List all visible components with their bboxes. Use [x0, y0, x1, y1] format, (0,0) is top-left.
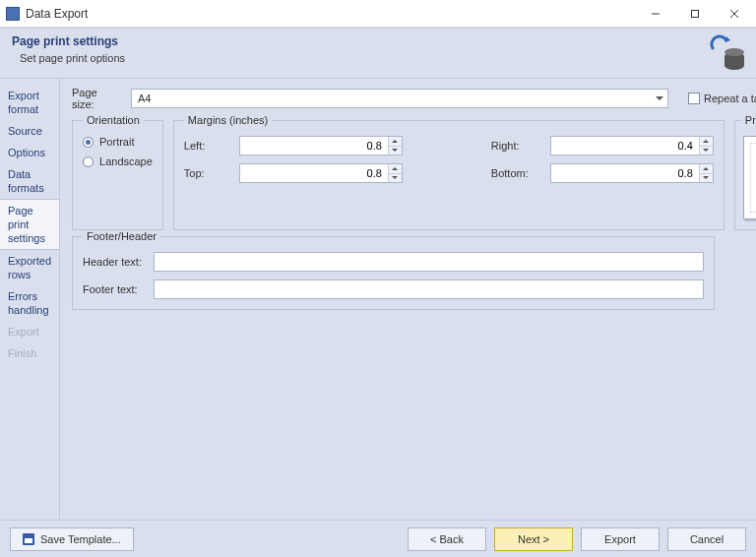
bottom-bar: Save Template... < Back Next > Export Ca… [0, 520, 756, 557]
page-size-value: A4 [138, 93, 151, 104]
orientation-legend: Orientation [83, 114, 144, 126]
margin-bottom-input[interactable] [550, 163, 714, 183]
spin-down-icon[interactable] [389, 174, 402, 183]
repeat-header-label: Repeat a table header [704, 93, 756, 104]
spin-up-icon[interactable] [700, 164, 713, 174]
preview-legend: Preview [741, 114, 756, 126]
footer-text-label: Footer text: [83, 283, 146, 295]
save-icon [23, 533, 34, 545]
footer-text-input[interactable] [154, 279, 704, 299]
export-db-icon [709, 34, 744, 70]
sidebar-item-data-formats[interactable]: Data formats [0, 163, 59, 199]
portrait-radio[interactable]: Portrait [83, 136, 153, 148]
sidebar-item-finish: Finish [0, 342, 59, 364]
sidebar: Export format Source Options Data format… [0, 79, 60, 520]
landscape-label: Landscape [99, 155, 153, 167]
footer-header-legend: Footer/Header [83, 230, 160, 242]
margin-bottom-value[interactable] [551, 164, 699, 182]
margin-top-value[interactable] [240, 164, 388, 182]
margin-bottom-label: Bottom: [491, 167, 540, 179]
header-text-label: Header text: [83, 256, 146, 268]
margin-right-input[interactable] [550, 136, 714, 155]
margins-legend: Margins (inches) [184, 114, 272, 126]
spin-down-icon[interactable] [700, 174, 713, 183]
orientation-group: Orientation Portrait Landscape [72, 114, 163, 230]
sidebar-item-page-print-settings[interactable]: Page print settings [0, 199, 59, 250]
app-icon [6, 7, 20, 21]
radio-icon [83, 156, 94, 167]
spin-down-icon[interactable] [389, 147, 402, 155]
back-button[interactable]: < Back [408, 527, 486, 551]
spin-up-icon[interactable] [389, 137, 402, 147]
cancel-button[interactable]: Cancel [667, 527, 746, 551]
margin-right-value[interactable] [551, 137, 699, 155]
margins-group: Margins (inches) Left: Right: [173, 114, 724, 230]
sidebar-item-exported-rows[interactable]: Exported rows [0, 250, 59, 285]
preview-page [743, 136, 756, 219]
footer-header-group: Footer/Header Header text: Footer text: [72, 230, 715, 310]
spin-up-icon[interactable] [389, 164, 402, 174]
chevron-down-icon [656, 96, 663, 100]
close-button[interactable] [715, 3, 754, 25]
margin-left-input[interactable] [239, 136, 403, 155]
page-size-label: Page size: [72, 87, 121, 110]
margin-top-input[interactable] [239, 163, 403, 183]
spin-down-icon[interactable] [700, 147, 713, 155]
page-header: Page print settings Set page print optio… [0, 29, 756, 79]
repeat-header-checkbox[interactable]: Repeat a table header [688, 93, 756, 104]
next-button[interactable]: Next > [494, 527, 573, 551]
window-title: Data Export [26, 7, 88, 21]
titlebar: Data Export [0, 0, 756, 28]
margin-left-label: Left: [184, 140, 229, 152]
preview-group: Preview [734, 114, 756, 230]
margin-top-label: Top: [184, 167, 229, 179]
maximize-button[interactable] [675, 3, 715, 25]
page-title: Page print settings [12, 34, 125, 48]
spin-up-icon[interactable] [700, 137, 713, 147]
sidebar-item-source[interactable]: Source [0, 120, 59, 142]
checkbox-icon [688, 93, 700, 104]
radio-icon [83, 137, 94, 148]
margin-right-label: Right: [491, 140, 540, 152]
page-size-combo[interactable]: A4 [131, 89, 668, 108]
margin-left-value[interactable] [240, 137, 388, 155]
save-template-button[interactable]: Save Template... [10, 527, 134, 551]
header-text-input[interactable] [154, 252, 704, 272]
sidebar-item-export: Export [0, 321, 59, 342]
sidebar-item-options[interactable]: Options [0, 142, 59, 163]
sidebar-item-errors-handling[interactable]: Errors handling [0, 285, 59, 321]
landscape-radio[interactable]: Landscape [83, 155, 153, 167]
portrait-label: Portrait [99, 136, 134, 148]
export-button[interactable]: Export [581, 527, 660, 551]
page-subtitle: Set page print options [12, 52, 125, 64]
sidebar-item-export-format[interactable]: Export format [0, 85, 59, 120]
minimize-button[interactable] [636, 3, 675, 25]
svg-rect-1 [692, 10, 699, 17]
